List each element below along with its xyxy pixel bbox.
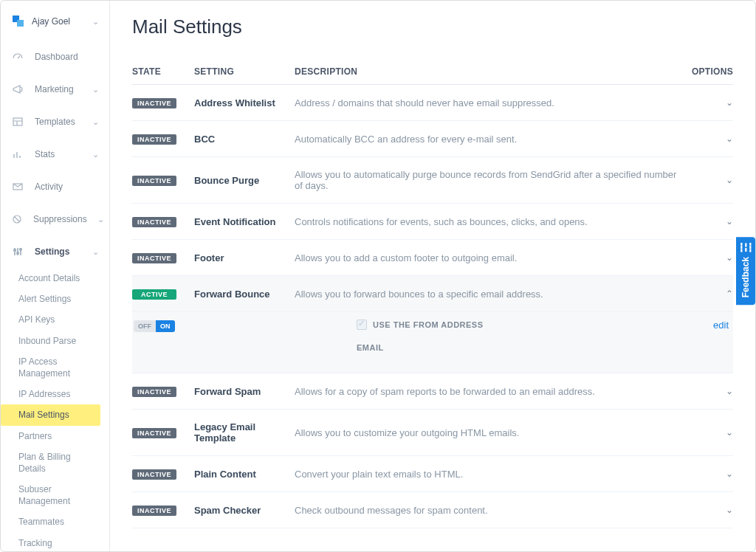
setting-name: Event Notification — [194, 216, 295, 227]
col-description: DESCRIPTION — [295, 66, 681, 77]
chevron-down-icon[interactable]: ⌄ — [681, 175, 733, 185]
setting-name: Address Whitelist — [194, 97, 295, 108]
email-field-label: EMAIL — [357, 343, 681, 352]
nav-templates[interactable]: Templates ⌄ — [1, 106, 109, 138]
setting-name: Legacy Email Template — [194, 421, 295, 444]
setting-name: Bounce Purge — [194, 175, 295, 186]
subnav-account-details[interactable]: Account Details — [1, 268, 109, 289]
setting-description: Automatically BCC an address for every e… — [295, 134, 681, 145]
state-badge: INACTIVE — [132, 506, 176, 516]
table-header: STATE SETTING DESCRIPTION OPTIONS — [132, 59, 733, 85]
subnav-partners[interactable]: Partners — [1, 426, 109, 446]
logo-icon — [11, 14, 26, 29]
setting-name: Spam Checker — [194, 505, 295, 516]
setting-row[interactable]: INACTIVEForward SpamAllows for a copy of… — [132, 373, 733, 410]
bars-icon — [11, 148, 24, 160]
subnav-ip-access[interactable]: IP Access Management — [1, 351, 109, 384]
chevron-down-icon[interactable]: ⌄ — [681, 505, 733, 515]
chevron-down-icon[interactable]: ⌄ — [681, 216, 733, 227]
svg-rect-1 — [17, 20, 24, 27]
chevron-down-icon[interactable]: ⌄ — [681, 134, 733, 144]
subnav-plan-billing[interactable]: Plan & Billing Details — [1, 446, 109, 479]
setting-description: Allows you to add a custom footer to out… — [295, 252, 681, 263]
state-badge: INACTIVE — [132, 98, 176, 108]
setting-row[interactable]: INACTIVEPlain ContentConvert your plain … — [132, 456, 733, 492]
setting-row[interactable]: INACTIVEBounce PurgeAllows you to automa… — [132, 157, 733, 204]
state-badge: INACTIVE — [132, 176, 176, 186]
setting-row[interactable]: INACTIVEFooterAllows you to add a custom… — [132, 240, 733, 276]
use-from-checkbox[interactable] — [357, 320, 367, 330]
setting-description: Convert your plain text emails to HTML. — [295, 469, 681, 480]
chevron-up-icon[interactable]: ⌃ — [681, 289, 733, 299]
state-badge: INACTIVE — [132, 428, 176, 438]
subnav-inbound-parse[interactable]: Inbound Parse — [1, 331, 109, 351]
chevron-down-icon: ⌄ — [97, 215, 104, 224]
setting-name: Plain Content — [194, 469, 295, 480]
setting-row[interactable]: INACTIVEAddress WhitelistAddress / domai… — [132, 85, 733, 121]
setting-name: BCC — [194, 134, 295, 145]
user-menu[interactable]: Ajay Goel ⌄ — [1, 8, 109, 41]
page-title: Mail Settings — [132, 15, 733, 38]
expanded-panel: OFFONUSE THE FROM ADDRESSEMAILedit — [132, 312, 733, 373]
megaphone-icon — [11, 83, 24, 95]
nav-dashboard[interactable]: Dashboard — [1, 41, 109, 73]
setting-name: Footer — [194, 252, 295, 263]
nav-activity[interactable]: Activity — [1, 170, 109, 203]
col-state: STATE — [132, 66, 194, 77]
setting-description: Allows you to forward bounces to a speci… — [295, 289, 681, 300]
setting-description: Allows for a copy of spam reports to be … — [295, 386, 681, 397]
setting-row[interactable]: ACTIVEForward BounceAllows you to forwar… — [132, 276, 733, 312]
nav-stats[interactable]: Stats ⌄ — [1, 138, 109, 170]
svg-point-7 — [20, 249, 22, 251]
setting-description: Address / domains that should never have… — [295, 97, 681, 108]
subnav-tracking[interactable]: Tracking — [1, 533, 109, 551]
mail-icon — [11, 181, 24, 193]
subnav-subuser[interactable]: Subuser Management — [1, 479, 109, 511]
chevron-down-icon[interactable]: ⌄ — [681, 97, 733, 108]
svg-rect-2 — [13, 118, 22, 125]
layout-icon — [11, 116, 24, 128]
settings-subnav: Account Details Alert Settings API Keys … — [1, 268, 109, 551]
setting-row[interactable]: INACTIVELegacy Email TemplateAllows you … — [132, 410, 733, 456]
chevron-down-icon[interactable]: ⌄ — [681, 469, 733, 479]
state-badge: INACTIVE — [132, 134, 176, 145]
chevron-down-icon: ⌄ — [92, 85, 99, 94]
setting-description: Check outbound messages for spam content… — [295, 505, 681, 516]
setting-row[interactable]: INACTIVEEvent NotificationControls notif… — [132, 204, 733, 240]
chevron-down-icon: ⌄ — [92, 17, 99, 27]
sliders-icon — [11, 246, 24, 258]
subnav-mail-settings[interactable]: Mail Settings — [1, 404, 100, 425]
subnav-api-keys[interactable]: API Keys — [1, 309, 109, 330]
feedback-tab[interactable]: Feedback ┇╏┇ — [736, 237, 755, 305]
setting-description: Allows you to customize your outgoing HT… — [295, 427, 681, 438]
nav-suppressions[interactable]: Suppressions ⌄ — [1, 203, 109, 235]
gauge-icon — [11, 51, 24, 63]
nav-settings[interactable]: Settings ⌄ — [1, 235, 109, 268]
col-setting: SETTING — [194, 66, 295, 77]
setting-name: Forward Bounce — [194, 289, 295, 300]
subnav-teammates[interactable]: Teammates — [1, 511, 109, 532]
state-badge: INACTIVE — [132, 387, 176, 397]
chevron-down-icon: ⌄ — [92, 117, 99, 127]
chevron-down-icon[interactable]: ⌄ — [681, 386, 733, 396]
setting-description: Allows you to automatically purge bounce… — [295, 169, 681, 191]
svg-point-6 — [17, 252, 19, 255]
use-from-label: USE THE FROM ADDRESS — [373, 320, 484, 329]
user-name: Ajay Goel — [32, 16, 86, 27]
subnav-ip-addresses[interactable]: IP Addresses — [1, 384, 109, 404]
block-icon — [11, 213, 23, 225]
col-options: OPTIONS — [681, 66, 733, 77]
svg-point-5 — [14, 249, 16, 252]
edit-link[interactable]: edit — [713, 320, 733, 331]
chevron-down-icon[interactable]: ⌄ — [681, 427, 733, 438]
bars-icon: ┇╏┇ — [739, 243, 752, 252]
primary-nav: Dashboard Marketing ⌄ Templates ⌄ Stats … — [1, 41, 109, 268]
settings-rows: INACTIVEAddress WhitelistAddress / domai… — [132, 85, 733, 528]
setting-row[interactable]: INACTIVEBCCAutomatically BCC an address … — [132, 121, 733, 157]
setting-row[interactable]: INACTIVESpam CheckerCheck outbound messa… — [132, 492, 733, 528]
chevron-down-icon[interactable]: ⌄ — [681, 252, 733, 263]
setting-description: Controls notifications for events, such … — [295, 216, 681, 227]
subnav-alert-settings[interactable]: Alert Settings — [1, 289, 109, 309]
nav-marketing[interactable]: Marketing ⌄ — [1, 73, 109, 106]
chevron-down-icon: ⌄ — [92, 247, 99, 257]
